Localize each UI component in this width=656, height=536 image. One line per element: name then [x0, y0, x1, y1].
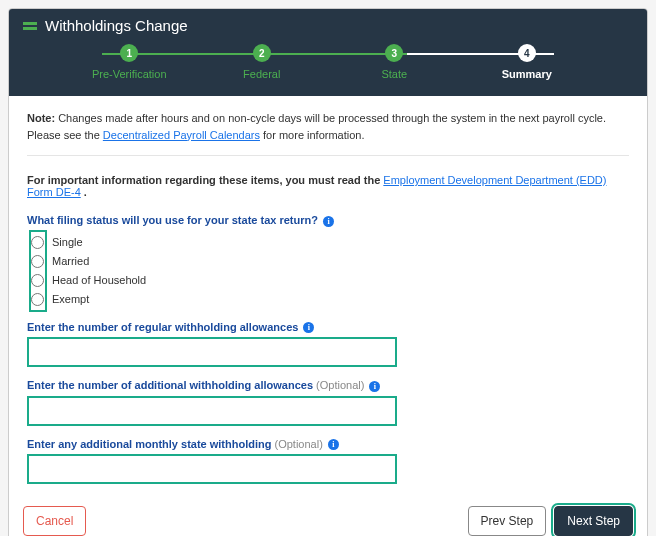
panel-footer: Cancel Prev Step Next Step [9, 496, 647, 536]
regular-allowances-input[interactable] [27, 337, 397, 367]
step-summary[interactable]: 4 Summary [461, 44, 594, 80]
radio-head-of-household[interactable] [31, 274, 44, 287]
step-state[interactable]: 3 State [328, 44, 461, 80]
additional-allowances-label: Enter the number of additional withholdi… [27, 379, 629, 392]
radio-row-exempt: Exempt [31, 290, 629, 309]
radio-row-hoh: Head of Household [31, 271, 629, 290]
monthly-withholding-label: Enter any additional monthly state withh… [27, 438, 629, 451]
monthly-withholding-block: Enter any additional monthly state withh… [27, 438, 629, 485]
step-label: Summary [502, 68, 552, 80]
note-prefix: Note: [27, 112, 55, 124]
footer-right: Prev Step Next Step [468, 506, 633, 536]
withholdings-panel: Withholdings Change 1 Pre-Verification 2… [8, 8, 648, 536]
radio-exempt[interactable] [31, 293, 44, 306]
card-icon [23, 22, 37, 30]
additional-allowances-block: Enter the number of additional withholdi… [27, 379, 629, 426]
step-label: Pre-Verification [92, 68, 167, 80]
important-suffix: . [81, 186, 87, 198]
panel-body: Note: Changes made after hours and on no… [9, 96, 647, 496]
radio-row-married: Married [31, 252, 629, 271]
important-notice: For important information regarding thes… [27, 174, 629, 198]
step-label: State [381, 68, 407, 80]
radio-label: Head of Household [52, 274, 146, 286]
step-federal[interactable]: 2 Federal [196, 44, 329, 80]
step-circle: 1 [120, 44, 138, 62]
filing-status-question: What filing status will you use for your… [27, 214, 629, 227]
stepper: 1 Pre-Verification 2 Federal 3 State 4 S… [23, 44, 633, 80]
radio-single[interactable] [31, 236, 44, 249]
regular-allowances-block: Enter the number of regular withholding … [27, 321, 629, 368]
info-icon[interactable]: i [303, 322, 314, 333]
info-icon[interactable]: i [328, 439, 339, 450]
regular-allowances-label: Enter the number of regular withholding … [27, 321, 629, 334]
info-icon[interactable]: i [369, 381, 380, 392]
additional-allowances-input[interactable] [27, 396, 397, 426]
title-row: Withholdings Change [23, 17, 633, 34]
prev-step-button[interactable]: Prev Step [468, 506, 547, 536]
radio-label: Married [52, 255, 89, 267]
next-step-button[interactable]: Next Step [554, 506, 633, 536]
note-suffix: for more information. [260, 129, 365, 141]
step-circle: 4 [518, 44, 536, 62]
radio-label: Exempt [52, 293, 89, 305]
radio-row-single: Single [31, 233, 629, 252]
optional-tag: (Optional) [275, 438, 323, 450]
step-circle: 3 [385, 44, 403, 62]
important-text: For important information regarding thes… [27, 174, 383, 186]
step-pre-verification[interactable]: 1 Pre-Verification [63, 44, 196, 80]
filing-status-options: Single Married Head of Household Exempt [27, 233, 629, 309]
monthly-withholding-input[interactable] [27, 454, 397, 484]
radio-married[interactable] [31, 255, 44, 268]
step-circle: 2 [253, 44, 271, 62]
cancel-button[interactable]: Cancel [23, 506, 86, 536]
step-label: Federal [243, 68, 280, 80]
radio-label: Single [52, 236, 83, 248]
info-icon[interactable]: i [323, 216, 334, 227]
page-title: Withholdings Change [45, 17, 188, 34]
panel-header: Withholdings Change 1 Pre-Verification 2… [9, 9, 647, 96]
calendars-link[interactable]: Decentralized Payroll Calendars [103, 129, 260, 141]
divider [27, 155, 629, 156]
note-text: Note: Changes made after hours and on no… [27, 110, 629, 143]
optional-tag: (Optional) [316, 379, 364, 391]
